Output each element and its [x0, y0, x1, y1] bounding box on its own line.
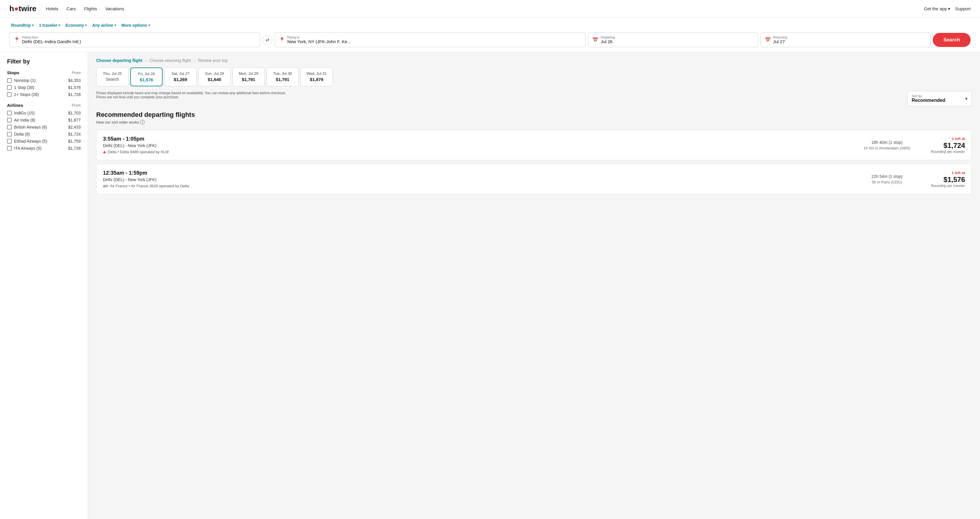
stops-section-label: Stops — [7, 70, 19, 75]
chevron-down-icon: ▾ — [948, 6, 950, 11]
flight-route-0: Delhi (DEL) - New York (JFK) — [103, 143, 856, 148]
header: h●twire Hotels Cars Flights Vacations Ge… — [0, 0, 980, 18]
airline-delta[interactable]: Delta (6) $1,724 — [7, 132, 81, 137]
airline-indigo-checkbox[interactable] — [7, 111, 12, 115]
flight-left-at-0: 1 left at — [918, 137, 965, 141]
date-tab-thu[interactable]: Thu, Jul 25 Search — [96, 67, 129, 86]
cabin-dropdown[interactable]: Economy ▾ — [64, 22, 89, 29]
stop-nonstop-checkbox[interactable] — [7, 78, 12, 83]
stops-filter-section: Stops From Nonstop (1) $4,353 1 Stop (30… — [7, 70, 81, 97]
airlines-from-label: From — [72, 103, 81, 107]
search-bar: Roundtrip ▾ 1 traveler ▾ Economy ▾ Any a… — [0, 18, 980, 52]
chevron-down-icon: ▾ — [115, 24, 116, 27]
returning-date-field[interactable]: 📅 Returning Jul 27 — [760, 32, 931, 47]
stop-2plus[interactable]: 2+ Stops (26) $1,728 — [7, 92, 81, 97]
flight-price-1: $1,576 — [918, 175, 965, 184]
breadcrumb-step3: Review your trip — [198, 58, 228, 63]
sidebar: Filter by Stops From Nonstop (1) $4,353 … — [0, 52, 88, 519]
price-sort-row: Prices displayed include taxes and may c… — [96, 91, 972, 106]
airline-ita-checkbox[interactable] — [7, 146, 12, 151]
date-tab-tue[interactable]: Tue, Jul 30 $1,791 — [266, 67, 299, 86]
airline-airindia-checkbox[interactable] — [7, 118, 12, 123]
chevron-down-icon: ▾ — [148, 24, 150, 27]
nav-cars[interactable]: Cars — [67, 6, 76, 11]
flight-time-0: 3:55am - 1:05pm — [103, 136, 856, 142]
travelers-dropdown[interactable]: 1 traveler ▾ — [37, 22, 62, 29]
date-tab-sat[interactable]: Sat, Jul 27 $1,269 — [164, 67, 197, 86]
airfrance-logo-icon: AF/ — [103, 184, 108, 188]
date-tab-wed[interactable]: Wed, Jul 31 $1,879 — [301, 67, 333, 86]
chevron-down-icon: ▾ — [965, 96, 967, 101]
flight-time-1: 12:35am - 1:59pm — [103, 170, 856, 176]
breadcrumb-step2[interactable]: Choose returning flight — [150, 58, 191, 63]
flight-route-1: Delhi (DEL) - New York (JFK) — [103, 177, 856, 182]
sort-how-link[interactable]: How our sort order works i — [96, 120, 195, 124]
flight-stopover-0: 1h 5m in Amsterdam (AMS) — [861, 146, 913, 150]
flight-card-1[interactable]: 12:35am - 1:59pm Delhi (DEL) - New York … — [96, 164, 972, 194]
departing-date-field[interactable]: 📅 Departing Jul 26 — [588, 32, 758, 47]
get-app-button[interactable]: Get the app ▾ — [924, 6, 950, 11]
breadcrumb-step1: Choose departing flight — [96, 58, 142, 63]
chevron-down-icon: ▾ — [58, 24, 60, 27]
more-options-dropdown[interactable]: More options ▾ — [120, 22, 152, 29]
support-link[interactable]: Support — [955, 6, 970, 11]
airline-delta-checkbox[interactable] — [7, 132, 12, 137]
date-tabs: Thu, Jul 25 Search Fri, Jul 26 $1,576 Sa… — [96, 67, 972, 86]
date-tab-sun[interactable]: Sun, Jul 28 $1,640 — [198, 67, 231, 86]
swap-airports-button[interactable]: ⇄ — [262, 35, 272, 45]
flight-airline-0: Delta • Delta 9489 operated by KLM — [103, 150, 856, 154]
header-right: Get the app ▾ Support — [924, 6, 970, 11]
trip-type-dropdown[interactable]: Roundtrip ▾ — [10, 22, 35, 29]
chevron-down-icon: ▾ — [32, 24, 34, 27]
flight-card-0[interactable]: 3:55am - 1:05pm Delhi (DEL) - New York (… — [96, 130, 972, 160]
flight-price-0: $1,724 — [918, 142, 965, 150]
airlines-section-label: Airlines — [7, 103, 23, 108]
nav-vacations[interactable]: Vacations — [105, 6, 124, 11]
airline-airindia[interactable]: Air India (8) $1,877 — [7, 118, 81, 123]
stop-2plus-label: 2+ Stops (26) — [14, 92, 66, 97]
breadcrumb: Choose departing flight › Choose returni… — [96, 58, 972, 63]
date-tab-fri[interactable]: Fri, Jul 26 $1,576 — [130, 67, 162, 86]
search-filters: Roundtrip ▾ 1 traveler ▾ Economy ▾ Any a… — [10, 22, 970, 29]
stop-nonstop-price: $4,353 — [68, 78, 81, 83]
airline-british[interactable]: British Airways (6) $2,433 — [7, 125, 81, 129]
logo: h●twire — [10, 4, 37, 13]
flight-price-sub-1: Roundtrip per traveler — [918, 184, 965, 188]
location-pin-icon: 📍 — [279, 37, 285, 43]
calendar-icon: 📅 — [592, 37, 598, 43]
sort-dropdown[interactable]: Sort by Recommended ▾ — [907, 91, 972, 106]
stop-1stop-label: 1 Stop (30) — [14, 85, 66, 90]
delta-logo-icon — [103, 151, 106, 153]
nav-links: Hotels Cars Flights Vacations — [46, 6, 124, 11]
price-note: Prices displayed include taxes and may c… — [96, 91, 296, 99]
stop-1stop[interactable]: 1 Stop (30) $1,576 — [7, 85, 81, 90]
airline-etihad[interactable]: Etihad Airways (5) $1,759 — [7, 139, 81, 143]
stop-1stop-checkbox[interactable] — [7, 85, 12, 90]
airline-ita[interactable]: ITA Airways (5) $1,728 — [7, 146, 81, 151]
chevron-down-icon: ▾ — [85, 24, 87, 27]
section-header: Recommended departing flights How our so… — [96, 111, 972, 124]
stop-2plus-price: $1,728 — [68, 92, 81, 97]
logo-dot: ● — [14, 4, 19, 13]
nav-flights[interactable]: Flights — [84, 6, 97, 11]
flying-to-field[interactable]: 📍 Flying to New York, NY (JFK-John F. Ke… — [275, 32, 585, 47]
flight-stopover-1: 5h in Paris (CDG) — [861, 180, 913, 184]
airline-etihad-checkbox[interactable] — [7, 139, 12, 143]
search-inputs: 📍 Flying from Delhi (DEL-Indira Gandhi I… — [10, 32, 970, 47]
airline-british-checkbox[interactable] — [7, 125, 12, 129]
stop-2plus-checkbox[interactable] — [7, 92, 12, 97]
stop-nonstop[interactable]: Nonstop (1) $4,353 — [7, 78, 81, 83]
info-icon[interactable]: i — [140, 120, 145, 124]
flying-from-field[interactable]: 📍 Flying from Delhi (DEL-Indira Gandhi I… — [10, 32, 260, 47]
airline-indigo[interactable]: IndiGo (15) $1,703 — [7, 111, 81, 115]
breadcrumb-sep1: › — [145, 58, 147, 63]
search-button[interactable]: Search — [933, 33, 970, 47]
date-tab-mon[interactable]: Mon, Jul 29 $1,791 — [232, 67, 265, 86]
main-layout: Filter by Stops From Nonstop (1) $4,353 … — [0, 52, 980, 519]
nav-hotels[interactable]: Hotels — [46, 6, 58, 11]
breadcrumb-sep2: › — [194, 58, 196, 63]
flight-duration-0: 18h 40m (1 stop) — [861, 140, 913, 145]
location-pin-icon: 📍 — [14, 37, 20, 43]
airline-dropdown[interactable]: Any airline ▾ — [91, 22, 118, 29]
filter-title: Filter by — [7, 58, 81, 65]
